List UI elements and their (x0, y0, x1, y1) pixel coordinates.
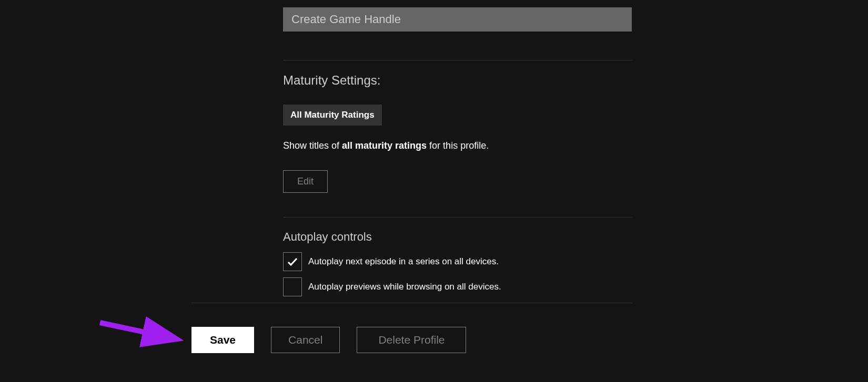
svg-line-1 (100, 323, 174, 338)
section-divider (283, 60, 632, 60)
autoplay-controls-heading: Autoplay controls (283, 230, 632, 244)
autoplay-next-episode-checkbox[interactable] (283, 252, 302, 271)
save-button[interactable]: Save (191, 327, 254, 353)
maturity-desc-bold: all maturity ratings (342, 140, 427, 151)
maturity-desc-prefix: Show titles of (283, 140, 342, 151)
maturity-desc-suffix: for this profile. (427, 140, 489, 151)
autoplay-previews-label: Autoplay previews while browsing on all … (308, 282, 501, 292)
section-divider (283, 217, 632, 218)
game-handle-input[interactable] (283, 7, 632, 32)
checkmark-icon (286, 255, 299, 268)
maturity-rating-badge: All Maturity Ratings (283, 105, 382, 126)
delete-profile-button[interactable]: Delete Profile (357, 327, 466, 353)
maturity-description: Show titles of all maturity ratings for … (283, 140, 632, 151)
maturity-settings-heading: Maturity Settings: (283, 73, 632, 88)
edit-maturity-button[interactable]: Edit (283, 170, 328, 193)
autoplay-previews-checkbox[interactable] (283, 277, 302, 296)
annotation-arrow-icon (95, 316, 189, 353)
autoplay-next-episode-label: Autoplay next episode in a series on all… (308, 256, 499, 267)
bottom-divider (191, 303, 632, 303)
cancel-button[interactable]: Cancel (271, 327, 340, 353)
